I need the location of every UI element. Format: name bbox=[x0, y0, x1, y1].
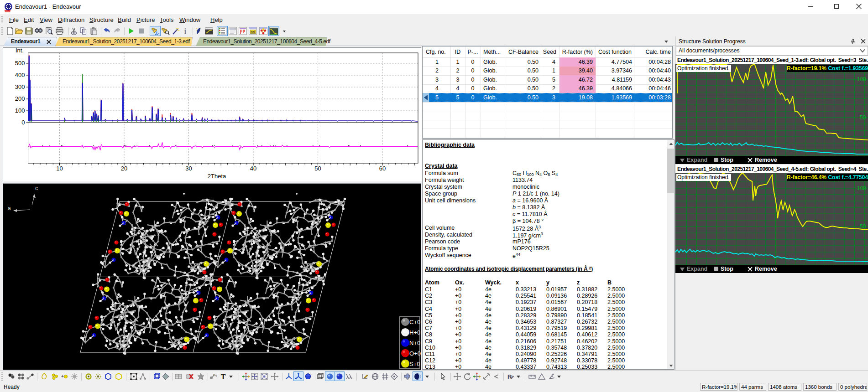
svg-text:300: 300 bbox=[15, 83, 25, 90]
svg-text:10: 10 bbox=[56, 165, 63, 172]
svg-text:R: R bbox=[507, 373, 512, 380]
svg-text:50: 50 bbox=[314, 165, 321, 172]
svg-text:T: T bbox=[221, 373, 226, 381]
svg-text:C+0: C+0 bbox=[409, 319, 420, 325]
svg-text:2Theta: 2Theta bbox=[208, 173, 226, 180]
svg-text:a: a bbox=[8, 205, 11, 211]
svg-text:60: 60 bbox=[379, 165, 386, 172]
svg-text:O+0: O+0 bbox=[409, 350, 421, 357]
svg-text:S+0: S+0 bbox=[409, 361, 420, 367]
svg-text:500: 500 bbox=[15, 60, 25, 67]
svg-text:0: 0 bbox=[21, 119, 25, 126]
svg-text:200: 200 bbox=[15, 95, 25, 102]
svg-text:30: 30 bbox=[185, 165, 192, 172]
svg-text:40: 40 bbox=[250, 165, 256, 172]
svg-text:N+0: N+0 bbox=[409, 340, 420, 346]
svg-text:Int.: Int. bbox=[16, 48, 24, 54]
svg-text:hkl: hkl bbox=[251, 30, 255, 33]
svg-text:400: 400 bbox=[15, 72, 25, 78]
svg-text:100: 100 bbox=[857, 185, 866, 191]
svg-text:Fe: Fe bbox=[213, 373, 217, 377]
svg-text:100: 100 bbox=[857, 76, 866, 83]
svg-text:H+0: H+0 bbox=[409, 329, 420, 336]
svg-text:50: 50 bbox=[860, 114, 866, 121]
svg-text:+: + bbox=[61, 374, 64, 379]
svg-text:i: i bbox=[184, 27, 187, 35]
svg-text:20: 20 bbox=[121, 165, 127, 172]
svg-text:c: c bbox=[35, 185, 38, 191]
svg-text:100: 100 bbox=[15, 107, 25, 114]
